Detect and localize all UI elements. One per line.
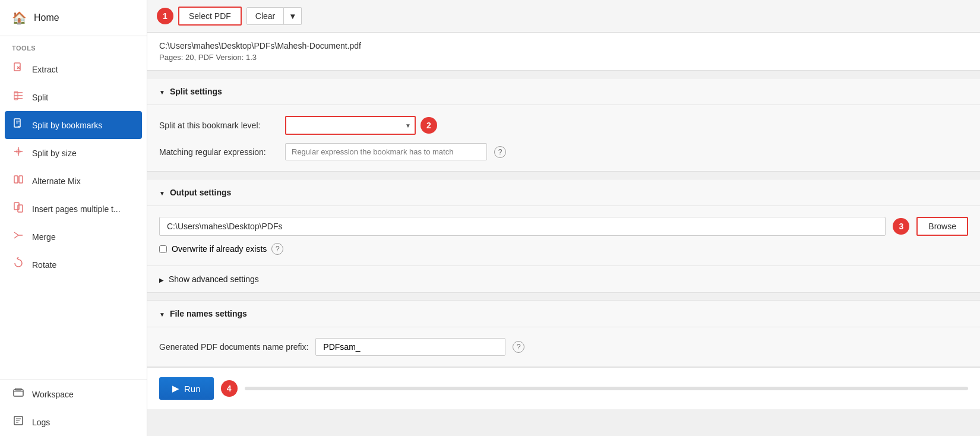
file-names-chevron [159, 309, 165, 318]
output-settings-body: 3 Browse Overwrite if already exists ? [147, 206, 980, 266]
output-settings-title: Output settings [170, 188, 231, 197]
sidebar-item-insert-pages-label: Insert pages multiple t... [32, 204, 121, 214]
output-settings-chevron [159, 188, 165, 197]
sidebar-item-split-label: Split [32, 93, 48, 102]
sidebar-bottom: Workspace Logs [0, 380, 147, 436]
step4-badge: 4 [221, 380, 238, 397]
run-triangle-icon: ▶ [172, 383, 179, 394]
sidebar-item-home[interactable]: 🏠 Home [0, 0, 147, 36]
sidebar-item-split-by-bookmarks[interactable]: Split by bookmarks [5, 111, 142, 139]
clear-button[interactable]: Clear [246, 7, 284, 25]
home-icon: 🏠 [12, 11, 27, 25]
sidebar-item-merge[interactable]: Merge [0, 223, 147, 251]
alternate-mix-icon [12, 173, 25, 188]
sidebar-item-rotate-label: Rotate [32, 260, 56, 270]
output-path-input[interactable] [159, 217, 886, 236]
toolbar: 1 Select PDF Clear ▼ [147, 0, 980, 33]
merge-icon [12, 229, 25, 244]
workspace-icon [12, 387, 25, 402]
svg-rect-1 [14, 91, 18, 100]
sidebar-item-extract-label: Extract [32, 65, 58, 74]
split-size-icon [12, 146, 25, 160]
insert-pages-icon [12, 201, 25, 216]
file-names-title: File names settings [170, 309, 247, 318]
show-advanced-toggle[interactable]: Show advanced settings [147, 266, 980, 292]
sidebar-item-insert-pages[interactable]: Insert pages multiple t... [0, 195, 147, 223]
prefix-row: Generated PDF documents name prefix: ? [159, 338, 968, 356]
sidebar-item-workspace[interactable]: Workspace [0, 380, 147, 408]
content-area: C:\Users\mahes\Desktop\PDFs\Mahesh-Docum… [147, 33, 980, 436]
split-settings-chevron [159, 87, 165, 96]
file-names-settings-header[interactable]: File names settings [147, 301, 980, 327]
sidebar-item-extract[interactable]: Extract [0, 55, 147, 83]
svg-rect-6 [14, 203, 19, 210]
regex-row: Matching regular expression: ? [159, 143, 968, 160]
overwrite-help-icon[interactable]: ? [271, 243, 283, 255]
file-info-section: C:\Users\mahes\Desktop\PDFs\Mahesh-Docum… [147, 33, 980, 71]
svg-rect-5 [19, 176, 23, 183]
sidebar-item-split[interactable]: Split [0, 83, 147, 111]
split-settings-section: Split settings Split at this bookmark le… [147, 78, 980, 172]
split-settings-header[interactable]: Split settings [147, 78, 980, 105]
sidebar-item-workspace-label: Workspace [32, 390, 74, 399]
main-content: 1 Select PDF Clear ▼ C:\Users\mahes\Desk… [147, 0, 980, 436]
sidebar-home-label: Home [34, 12, 59, 23]
extract-icon [12, 62, 25, 77]
output-path-row: 3 Browse [159, 217, 968, 236]
file-path: C:\Users\mahes\Desktop\PDFs\Mahesh-Docum… [159, 41, 968, 50]
progress-bar [245, 387, 968, 390]
chevron-down-icon: ▼ [289, 12, 296, 21]
split-bookmarks-icon [12, 118, 25, 132]
svg-rect-7 [18, 205, 23, 212]
sidebar-item-rotate[interactable]: Rotate [0, 251, 147, 279]
overwrite-label: Overwrite if already exists [172, 244, 267, 254]
run-area: ▶ Run 4 [147, 367, 980, 409]
split-settings-body: Split at this bookmark level: 1 2 3 2 [147, 105, 980, 171]
run-button[interactable]: ▶ Run [159, 377, 214, 400]
sidebar-section-label: TOOLS [0, 36, 147, 55]
browse-button[interactable]: Browse [916, 217, 968, 236]
rotate-icon [12, 257, 25, 272]
regex-help-icon[interactable]: ? [494, 146, 506, 158]
step2-badge: 2 [421, 117, 437, 134]
svg-rect-4 [14, 176, 18, 183]
output-settings-section: Output settings 3 Browse Overwrite if al… [147, 179, 980, 293]
sidebar-item-alternate-mix[interactable]: Alternate Mix [0, 167, 147, 195]
sidebar-item-merge-label: Merge [32, 232, 56, 242]
prefix-input[interactable] [315, 338, 505, 356]
split-icon [12, 90, 25, 105]
advanced-chevron-icon [159, 274, 164, 284]
sidebar-item-logs[interactable]: Logs [0, 408, 147, 436]
bookmark-select-group: 1 2 3 2 [285, 116, 437, 135]
select-pdf-button[interactable]: Select PDF [178, 7, 242, 26]
file-names-body: Generated PDF documents name prefix: ? [147, 327, 980, 367]
step1-badge: 1 [157, 8, 173, 24]
prefix-label: Generated PDF documents name prefix: [159, 342, 308, 352]
regex-label: Matching regular expression: [159, 147, 278, 157]
overwrite-row: Overwrite if already exists ? [159, 243, 968, 255]
bookmark-select-wrapper: 1 2 3 [285, 116, 416, 135]
prefix-help-icon[interactable]: ? [513, 341, 524, 353]
run-button-label: Run [184, 384, 201, 394]
bookmark-level-row: Split at this bookmark level: 1 2 3 2 [159, 116, 968, 135]
step3-badge: 3 [893, 218, 909, 235]
sidebar-item-split-by-size[interactable]: Split by size [0, 139, 147, 167]
overwrite-checkbox[interactable] [159, 245, 167, 253]
clear-dropdown-button[interactable]: ▼ [284, 7, 302, 25]
sidebar-item-logs-label: Logs [32, 418, 50, 427]
bookmark-level-select[interactable]: 1 2 3 [285, 116, 416, 135]
sidebar-item-split-bookmarks-label: Split by bookmarks [32, 121, 102, 130]
split-settings-title: Split settings [170, 87, 222, 96]
sidebar-item-split-size-label: Split by size [32, 149, 77, 158]
file-names-settings-section: File names settings Generated PDF docume… [147, 300, 980, 367]
output-settings-header[interactable]: Output settings [147, 179, 980, 206]
sidebar-item-alternate-mix-label: Alternate Mix [32, 176, 81, 186]
file-meta: Pages: 20, PDF Version: 1.3 [159, 53, 968, 62]
regex-input[interactable] [285, 143, 487, 160]
sidebar: 🏠 Home TOOLS Extract Split Split by book… [0, 0, 147, 436]
logs-icon [12, 415, 25, 429]
clear-group: Clear ▼ [246, 7, 302, 25]
svg-rect-8 [14, 390, 23, 396]
show-advanced-label: Show advanced settings [169, 274, 259, 284]
bookmark-level-label: Split at this bookmark level: [159, 121, 278, 130]
